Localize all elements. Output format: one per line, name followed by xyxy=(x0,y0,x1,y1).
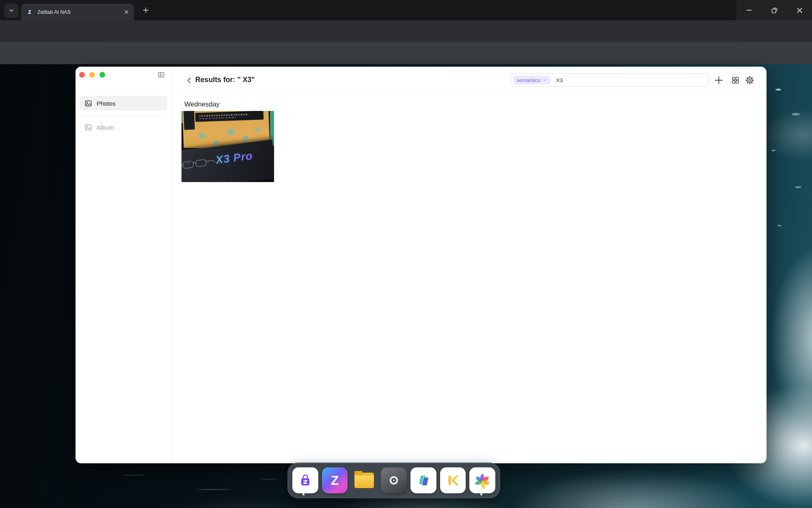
sidebar-divider xyxy=(80,115,167,116)
dock-running-indicator-appstore xyxy=(302,493,304,495)
browser-toolbar: Not secure 192.168.0.147/#/ 9 28 xyxy=(0,20,812,42)
glasses-outline-icon xyxy=(181,154,217,174)
tab-title: Zettlab AI NAS xyxy=(37,9,124,15)
grid-view-icon[interactable] xyxy=(731,76,740,85)
main-header: Results for: " X3" semantics X3 xyxy=(172,67,767,95)
close-traffic-light[interactable] xyxy=(79,72,85,78)
tab-search-button[interactable] xyxy=(4,3,19,18)
restore-button[interactable] xyxy=(762,0,787,20)
favicon: Z xyxy=(26,9,33,16)
search-input[interactable]: semantics X3 xyxy=(510,74,708,87)
back-chevron-icon[interactable] xyxy=(185,76,193,85)
dock-zettlab-icon[interactable]: Z xyxy=(322,467,348,493)
plus-icon[interactable] xyxy=(714,75,724,85)
screen: Z Zettlab AI NAS xyxy=(0,0,812,508)
photo-ui-panel xyxy=(184,111,195,130)
minimize-button[interactable] xyxy=(736,0,762,20)
window-controls xyxy=(736,0,812,20)
collapse-sidebar-icon[interactable] xyxy=(158,71,165,78)
album-icon xyxy=(84,124,92,131)
sidebar: Photos Album xyxy=(76,67,172,463)
new-tab-button[interactable] xyxy=(140,4,151,16)
sidebar-album-label: Album xyxy=(97,124,114,131)
dock-docs-app-icon[interactable] xyxy=(410,467,436,493)
page-title: Results for: " X3" xyxy=(195,76,255,84)
maximize-traffic-light[interactable] xyxy=(99,72,105,78)
sidebar-item-photos[interactable]: Photos xyxy=(80,96,167,111)
sidebar-item-album[interactable]: Album xyxy=(80,120,167,135)
photos-icon xyxy=(84,100,92,107)
photo-box-logo: X3 Pro xyxy=(215,150,254,167)
date-group-label: Wednesday xyxy=(184,100,220,108)
search-filter-label: semantics xyxy=(516,77,540,83)
tab-close-icon[interactable] xyxy=(124,9,129,15)
dock-k-app-icon[interactable] xyxy=(440,467,466,493)
tab-search-chevron-icon xyxy=(8,7,15,14)
chevron-down-icon xyxy=(542,78,547,82)
dock: Z xyxy=(287,462,500,498)
browser-tab[interactable]: Z Zettlab AI NAS xyxy=(21,4,134,20)
sidebar-photos-label: Photos xyxy=(97,100,116,107)
nas-taskbar: Z xyxy=(0,42,812,64)
dock-running-indicator-photos xyxy=(480,493,482,495)
search-filter-pill[interactable]: semantics xyxy=(513,76,551,85)
dock-photos-icon[interactable] xyxy=(469,467,495,493)
minimize-traffic-light[interactable] xyxy=(89,72,95,78)
dock-settings-icon[interactable] xyxy=(381,467,407,493)
settings-gear-icon[interactable] xyxy=(745,76,754,85)
photo-thumbnail[interactable]: X3 Pro xyxy=(181,111,274,182)
photos-app-window: Photos Album Results for: " X3" semantic… xyxy=(76,67,767,463)
window-traffic-lights xyxy=(79,72,105,78)
dock-folder-icon[interactable] xyxy=(351,467,377,493)
dock-app-store-icon[interactable] xyxy=(292,467,318,493)
close-button[interactable] xyxy=(787,0,812,20)
browser-tab-strip: Z Zettlab AI NAS xyxy=(0,0,812,20)
search-query: X3 xyxy=(556,77,563,83)
